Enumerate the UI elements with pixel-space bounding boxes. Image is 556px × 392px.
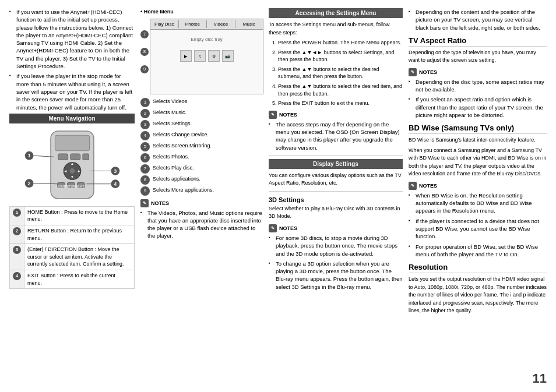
empty-disc-tray: Empty disc tray — [153, 31, 261, 48]
column-3: Accessing the Settings Menu To access th… — [269, 8, 403, 384]
col3-3d-note-2: To change a 3D option selection when you… — [269, 260, 403, 291]
svg-text:▼: ▼ — [70, 175, 73, 179]
svg-point-11 — [69, 168, 75, 174]
col2-notes-label: NOTES — [151, 200, 169, 206]
col4-tv-note-2: If you select an aspect ratio and option… — [409, 96, 547, 119]
col4-tv-notes-label: NOTES — [419, 69, 437, 75]
remote-svg: ▲ ▼ ◄ ► HOME RETURN EXIT 1 — [17, 127, 128, 203]
page-number: 11 — [533, 371, 547, 386]
col3-notes-label-1: NOTES — [279, 112, 297, 118]
col3-notes-accessing: ✎ NOTES The access steps may differ depe… — [269, 111, 403, 151]
column-2: • Home Menu 7 8 9 1 2 3 4 — [140, 8, 263, 384]
nav-num-1: 1 — [10, 206, 24, 225]
select-text-7: Selects Play disc. — [153, 164, 194, 172]
col3-notes-3d: ✎ NOTES For some 3D discs, to stop a mov… — [269, 224, 403, 291]
bullet-item-2: If you leave the player in the stop mode… — [9, 72, 135, 111]
col4-bullet-1: Depending on the content and the positio… — [409, 8, 547, 31]
3d-intro: Select whether to play a Blu-ray Disc wi… — [269, 205, 403, 221]
display-heading: Display Settings — [269, 159, 403, 169]
select-text-8: Selects applications. — [153, 175, 200, 183]
resolution-title: Resolution — [409, 263, 547, 273]
select-num-1: 1 — [140, 98, 150, 107]
diagram-label-8: 8 — [140, 48, 149, 56]
col3-3d-note-1: For some 3D discs, to stop a movie durin… — [269, 234, 403, 257]
col3-notes-list-3d: For some 3D discs, to stop a movie durin… — [269, 234, 403, 291]
col3-notes-header-1: ✎ NOTES — [269, 111, 403, 119]
col4-bd-note-1: When BD Wise is on, the Resolution setti… — [409, 192, 547, 215]
select-item-3: 3 Selects Settings. — [140, 120, 263, 129]
tab-play-disc: Play Disc — [150, 20, 179, 28]
select-item-6: 6 Selects Photos. — [140, 153, 263, 163]
menu-icon-2: ♫ — [194, 50, 206, 62]
display-intro: You can configure various display option… — [269, 172, 403, 188]
svg-rect-2 — [58, 154, 68, 160]
select-item-2: 2 Selects Music. — [140, 109, 263, 118]
home-menu-label: • Home Menu — [140, 8, 263, 16]
nav-row-2: 2 RETURN Button : Return to the previous… — [10, 225, 135, 244]
tab-music: Music — [235, 20, 263, 28]
svg-rect-3 — [70, 154, 80, 160]
select-text-2: Selects Music. — [153, 109, 186, 116]
col1-bullet-list: If you want to use the Anynet+(HDMI-CEC)… — [9, 8, 135, 111]
nav-num-2: 2 — [10, 225, 24, 244]
select-num-5: 5 — [140, 142, 150, 151]
select-item-1: 1 Selects Videos. — [140, 98, 263, 107]
nav-row-3: 3 (Enter) / DIRECTION Button : Move the … — [10, 244, 135, 270]
remote-diagram: ▲ ▼ ◄ ► HOME RETURN EXIT 1 — [17, 127, 128, 203]
bullet-item-1: If you want to use the Anynet+(HDMI-CEC)… — [9, 8, 135, 70]
step-4: Press the ▲▼ buttons to select the desir… — [278, 83, 403, 97]
select-num-2: 2 — [140, 109, 150, 118]
step-5: Press the EXIT button to exit the menu. — [278, 100, 403, 107]
selects-list: 1 Selects Videos. 2 Selects Music. 3 Sel… — [140, 98, 263, 196]
column-4: Depending on the content and the positio… — [409, 8, 547, 384]
bd-wise-body: When you connect a Samsung player and a … — [409, 147, 547, 178]
svg-text:4: 4 — [114, 181, 117, 187]
steps-list: Press the POWER button. The Home Menu ap… — [269, 39, 403, 107]
svg-text:2: 2 — [27, 181, 30, 186]
col4-tv-notes-header: ✎ NOTES — [409, 68, 547, 76]
nav-row-4: 4 EXIT Button : Press to exit the curren… — [10, 270, 135, 289]
select-item-8: 8 Selects applications. — [140, 175, 263, 185]
select-num-3: 3 — [140, 120, 150, 129]
bd-wise-intro: BD Wise is Samsung's latest inter-connec… — [409, 136, 547, 144]
tab-videos: Videos — [207, 20, 235, 28]
col3-note-1: The access steps may differ depending on… — [269, 121, 403, 151]
diagram-label-7: 7 — [140, 30, 149, 38]
col4-bd-notes-header: ✎ NOTES — [409, 182, 547, 190]
col4-tv-note-1: Depending on the disc type, some aspect … — [409, 78, 547, 94]
tab-photos: Photos — [179, 20, 207, 28]
nav-row-1: 1 HOME Button : Press to move to the Hom… — [10, 206, 135, 225]
accessing-heading: Accessing the Settings Menu — [269, 8, 403, 18]
divider-2 — [269, 191, 403, 192]
diagram-label-9: 9 — [140, 65, 149, 73]
select-num-4: 4 — [140, 131, 150, 140]
col2-note-1: The Videos, Photos, and Music options re… — [140, 209, 263, 240]
col4-bd-note-2: If the player is connected to a device t… — [409, 217, 547, 241]
bd-wise-title: BD Wise (Samsung TVs only) — [409, 123, 547, 134]
svg-text:EXIT: EXIT — [77, 185, 84, 188]
svg-text:►: ► — [77, 169, 80, 173]
select-num-8: 8 — [140, 175, 150, 185]
step-1: Press the POWER button. The Home Menu ap… — [278, 39, 403, 47]
select-item-4: 4 Selects Change Device. — [140, 131, 263, 140]
select-item-7: 7 Selects Play disc. — [140, 164, 263, 174]
col4-bd-note-3: For proper operation of BD Wise, set the… — [409, 243, 547, 259]
col4-bd-notes-label: NOTES — [419, 183, 437, 189]
svg-text:1: 1 — [27, 153, 30, 158]
tv-aspect-intro: Depending on the type of television you … — [409, 49, 547, 65]
svg-rect-1 — [55, 135, 89, 150]
notes-icon-bd: ✎ — [409, 182, 417, 190]
accessing-intro: To access the Settings menu and sub-menu… — [269, 21, 403, 37]
nav-desc-4: EXIT Button : Press to exit the current … — [24, 270, 135, 289]
menu-icon-1: ▶ — [180, 50, 192, 62]
menu-top-bar: Play Disc Photos Videos Music — [150, 19, 263, 30]
select-text-9: Selects More applications. — [153, 186, 214, 194]
select-item-9: 9 Selects More applications. — [140, 186, 263, 196]
notes-icon: ✎ — [140, 199, 149, 207]
notes-icon-3d: ✎ — [269, 224, 277, 232]
nav-num-3: 3 — [10, 244, 24, 270]
svg-text:◄: ◄ — [64, 169, 67, 173]
select-text-1: Selects Videos. — [153, 98, 189, 105]
col4-bd-notes-list: When BD Wise is on, the Resolution setti… — [409, 192, 547, 258]
menu-nav-heading: Menu Navigation — [9, 114, 135, 123]
